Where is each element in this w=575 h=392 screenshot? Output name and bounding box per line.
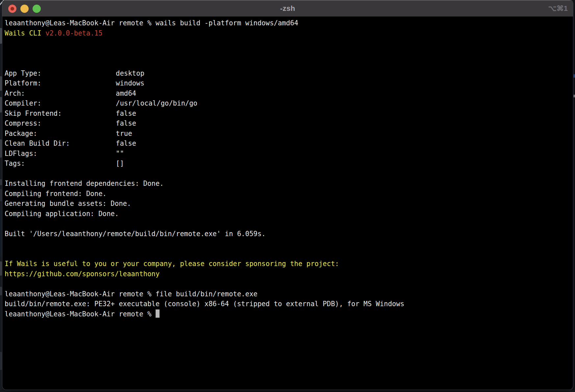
config-row: Compress:false: [5, 118, 573, 129]
config-label: Compiler:: [5, 98, 116, 109]
terminal-output[interactable]: leaanthony@Leas-MacBook-Air remote % wai…: [2, 17, 573, 319]
tab-shortcut-badge: ⌥⌘1: [548, 0, 568, 16]
built-result-line: Built '/Users/leaanthony/remote/build/bi…: [5, 229, 573, 239]
config-label: Compress:: [5, 118, 116, 129]
background-strip-bottom: [0, 390, 575, 392]
config-row: Arch:amd64: [5, 88, 573, 99]
sponsor-url: https://github.com/sponsors/leaanthony: [5, 269, 573, 279]
config-value: amd64: [116, 89, 136, 97]
progress-line: Installing frontend dependencies: Done.: [5, 179, 573, 189]
config-label: Skip Frontend:: [5, 109, 116, 119]
blank-line: [5, 249, 573, 259]
config-value: true: [116, 130, 132, 137]
config-value: desktop: [116, 69, 144, 77]
config-value: false: [116, 119, 136, 127]
window-title: -zsh: [2, 0, 573, 16]
config-label: LDFlags:: [5, 149, 116, 159]
config-value: false: [116, 110, 136, 117]
cursor-block: [156, 309, 160, 318]
config-label: Clean Build Dir:: [5, 138, 116, 149]
config-row: LDFlags:"": [5, 149, 573, 159]
progress-line: Generating bundle assets: Done.: [5, 199, 573, 209]
config-row: App Type:desktop: [5, 68, 573, 79]
config-value: windows: [116, 79, 144, 87]
config-row: Tags:[]: [5, 159, 573, 169]
config-label: Package:: [5, 129, 116, 139]
wails-cli-label: Wails CLI: [5, 29, 45, 37]
sponsor-message: If Wails is useful to you or your compan…: [5, 259, 573, 269]
blank-line: [5, 219, 573, 229]
window-titlebar[interactable]: -zsh ⌥⌘1: [2, 0, 573, 17]
config-label: Platform:: [5, 78, 116, 88]
config-label: Tags:: [5, 159, 116, 169]
config-value: "": [116, 150, 124, 158]
terminal-line-banner: Wails CLI v2.0.0-beta.15: [5, 28, 573, 38]
config-value: false: [116, 139, 136, 147]
prompt-text: leaanthony@Leas-MacBook-Air remote %: [5, 310, 156, 318]
blank-line: [5, 48, 573, 59]
config-row: Clean Build Dir:false: [5, 138, 573, 149]
config-row: Platform:windows: [5, 78, 573, 88]
terminal-window: -zsh ⌥⌘1 leaanthony@Leas-MacBook-Air rem…: [2, 0, 573, 390]
config-value: /usr/local/go/bin/go: [116, 99, 197, 107]
prompt-line: leaanthony@Leas-MacBook-Air remote %: [5, 309, 573, 319]
progress-line: Compiling frontend: Done.: [5, 189, 573, 199]
config-value: []: [116, 159, 124, 167]
background-fragment: [574, 95, 575, 97]
blank-line: [5, 58, 573, 68]
terminal-line-command: leaanthony@Leas-MacBook-Air remote % fil…: [5, 289, 573, 299]
config-label: Arch:: [5, 88, 116, 99]
background-window-sliver-right: [573, 0, 575, 392]
blank-line: [5, 279, 573, 289]
blank-line: [5, 169, 573, 179]
config-row: Skip Frontend:false: [5, 109, 573, 119]
blank-line: [5, 38, 573, 48]
background-fragment: [574, 74, 575, 78]
progress-line: Compiling application: Done.: [5, 209, 573, 219]
config-label: App Type:: [5, 68, 116, 79]
file-output-line: build/bin/remote.exe: PE32+ executable (…: [5, 299, 573, 309]
blank-line: [5, 239, 573, 249]
wails-version: v2.0.0-beta.15: [45, 29, 103, 37]
terminal-line-command: leaanthony@Leas-MacBook-Air remote % wai…: [5, 18, 573, 28]
config-row: Package:true: [5, 129, 573, 139]
config-row: Compiler:/usr/local/go/bin/go: [5, 98, 573, 109]
